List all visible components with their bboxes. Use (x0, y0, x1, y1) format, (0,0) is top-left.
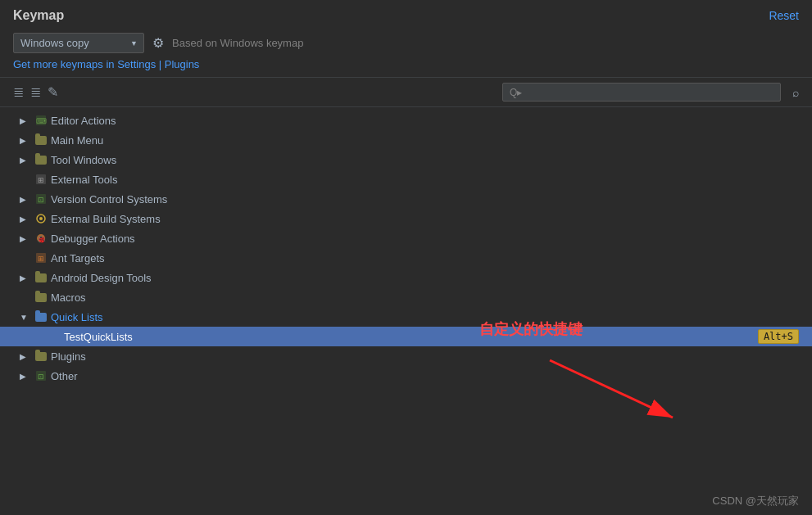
tree-item-main-menu[interactable]: ▶ Main Menu (0, 130, 812, 150)
main-menu-icon (34, 133, 48, 147)
tree-item-label-other: Other (51, 370, 799, 382)
expand-arrow-plugins: ▶ (20, 352, 31, 361)
keymap-selector-row: Windows copy ⚙ Based on Windows keymap (0, 29, 812, 56)
ant-targets-icon: ⊞ (34, 251, 48, 264)
page-title: Keymap (13, 8, 64, 23)
tree-item-plugins[interactable]: ▶ Plugins (0, 346, 812, 366)
expand-arrow-android-design: ▶ (20, 273, 31, 282)
tree-item-debugger[interactable]: ▶ 🐞 Debugger Actions (0, 228, 812, 248)
other-icon: ⊡ (34, 369, 48, 382)
tree-item-android-design[interactable]: ▶ Android Design Tools (0, 268, 812, 287)
plugin-link-row: Get more keymaps in Settings | Plugins (0, 56, 812, 77)
tree-item-ant-targets[interactable]: ⊞ Ant Targets (0, 248, 812, 268)
debugger-icon: 🐞 (34, 232, 48, 245)
search-box: Q▸ (502, 83, 781, 102)
expand-arrow-vcs: ▶ (20, 195, 31, 204)
tree-item-label-tool-windows: Tool Windows (51, 154, 799, 166)
svg-point-7 (39, 217, 43, 220)
svg-text:⊡: ⊡ (38, 196, 44, 204)
svg-text:🐞: 🐞 (37, 234, 47, 244)
tree-item-label-test-quick-lists: TestQuickLists (64, 331, 755, 343)
keymap-description: Based on Windows keymap (172, 37, 303, 49)
tree-area: ▶ ⌨ Editor Actions ▶ Main Menu ▶ Tool Wi… (0, 107, 812, 491)
tree-item-tool-windows[interactable]: ▶ Tool Windows (0, 150, 812, 169)
plugins-icon (34, 350, 48, 363)
expand-arrow-debugger: ▶ (20, 234, 31, 243)
tree-item-label-ant-targets: Ant Targets (51, 252, 799, 264)
quick-lists-icon (34, 310, 48, 323)
tree-item-editor-actions[interactable]: ▶ ⌨ Editor Actions (0, 111, 812, 130)
tree-item-label-plugins: Plugins (51, 350, 799, 363)
editor-actions-icon: ⌨ (34, 114, 48, 127)
tree-item-label-external-tools: External Tools (51, 174, 799, 186)
tool-windows-icon (34, 153, 48, 166)
tree-item-quick-lists[interactable]: ▼ Quick Lists (0, 307, 812, 327)
test-quick-lists-icon (48, 330, 61, 343)
svg-text:⊡: ⊡ (38, 373, 44, 381)
edit-icon[interactable]: ✎ (48, 84, 58, 100)
keymap-select[interactable]: Windows copy (13, 33, 144, 53)
svg-text:⌨: ⌨ (36, 117, 47, 125)
search-shortcut-icon[interactable]: ⌕ (792, 86, 799, 99)
expand-arrow-external-build: ▶ (20, 215, 31, 224)
tree-item-macros[interactable]: Macros (0, 287, 812, 307)
reset-button[interactable]: Reset (769, 9, 799, 22)
expand-arrow-other: ▶ (20, 372, 31, 381)
tree-item-label-main-menu: Main Menu (51, 134, 799, 147)
expand-arrow-tool-windows: ▶ (20, 156, 31, 165)
android-design-icon (34, 271, 48, 284)
plugin-link[interactable]: Get more keymaps in Settings | Plugins (13, 58, 199, 70)
tree-item-external-build[interactable]: ▶ External Build Systems (0, 209, 812, 228)
tree-item-label-vcs: Version Control Systems (51, 193, 799, 206)
tree-item-label-android-design: Android Design Tools (51, 272, 799, 284)
tree-item-label-quick-lists: Quick Lists (51, 311, 799, 323)
expand-arrow-quick-lists: ▼ (20, 313, 31, 322)
search-prefix-icon: Q▸ (510, 87, 522, 98)
header: Keymap Reset (0, 0, 812, 29)
collapse-all-icon[interactable]: ≣ (30, 84, 41, 100)
footer: CSDN @天然玩家 (712, 494, 799, 508)
svg-text:⊞: ⊞ (38, 255, 44, 263)
tree-item-label-debugger: Debugger Actions (51, 233, 799, 245)
vcs-icon: ⊡ (34, 192, 48, 206)
svg-text:⊞: ⊞ (38, 176, 44, 184)
tree-item-label-macros: Macros (51, 291, 799, 304)
tree-item-label-external-build: External Build Systems (51, 213, 799, 225)
tree-item-test-quick-lists[interactable]: TestQuickLists Alt+S (0, 327, 812, 346)
expand-arrow-editor-actions: ▶ (20, 116, 31, 125)
expand-all-icon[interactable]: ≣ (13, 84, 24, 100)
keymap-select-wrapper[interactable]: Windows copy (13, 33, 144, 53)
toolbar: ≣ ≣ ✎ Q▸ ⌕ (0, 77, 812, 107)
tree-item-other[interactable]: ▶ ⊡ Other (0, 366, 812, 386)
footer-text: CSDN @天然玩家 (712, 495, 799, 507)
tree-item-vcs[interactable]: ▶ ⊡ Version Control Systems (0, 189, 812, 209)
tree-item-external-tools[interactable]: ⊞ External Tools (0, 169, 812, 189)
external-tools-icon: ⊞ (34, 173, 48, 186)
gear-icon[interactable]: ⚙ (152, 35, 164, 51)
external-build-icon (34, 212, 48, 225)
expand-arrow-main-menu: ▶ (20, 136, 31, 145)
macros-icon (34, 291, 48, 304)
search-input[interactable] (525, 86, 773, 98)
tree-item-label-editor-actions: Editor Actions (51, 115, 799, 127)
test-quick-lists-shortcut: Alt+S (758, 329, 799, 344)
